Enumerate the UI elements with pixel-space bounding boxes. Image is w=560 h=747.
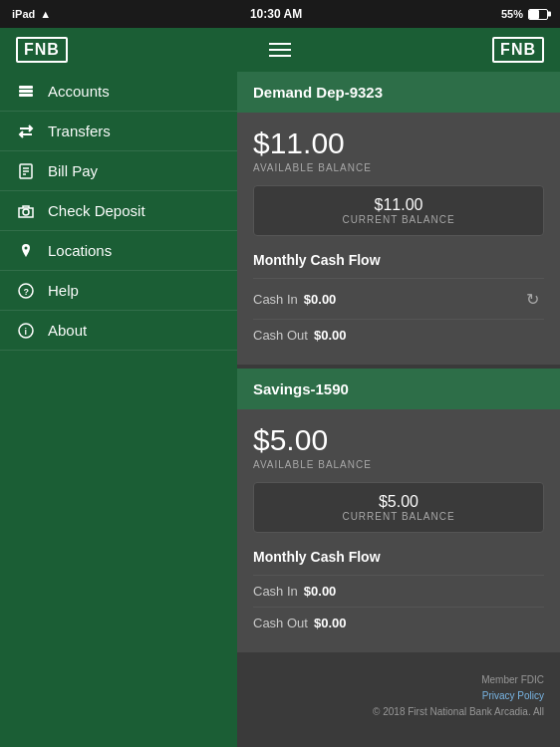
cash-out-amount-demand: $0.00 (314, 328, 347, 343)
cash-in-amount-demand: $0.00 (304, 292, 337, 307)
current-balance-label-demand: CURRENT BALANCE (270, 214, 527, 225)
cash-in-row-demand: Cash In $0.00 ↻ (253, 278, 544, 319)
available-label-demand: AVAILABLE BALANCE (253, 162, 544, 173)
app-logo: FNB (16, 37, 68, 63)
sidebar-item-check-deposit[interactable]: Check Deposit (0, 191, 237, 231)
footer: Member FDIC Privacy Policy © 2018 First … (237, 656, 560, 736)
app-logo-right: FNB (492, 37, 544, 63)
current-balance-label-savings: CURRENT BALANCE (270, 511, 527, 522)
hamburger-button[interactable] (269, 43, 291, 57)
cash-out-left-demand: Cash Out $0.00 (253, 328, 346, 343)
cash-in-label-demand: Cash In (253, 292, 298, 307)
hamburger-line-1 (269, 43, 291, 45)
sidebar: Accounts Transfers (0, 72, 237, 747)
app-layout: Accounts Transfers (0, 72, 560, 747)
device-label: iPad (12, 8, 35, 20)
account-card-demand: Demand Dep-9323 $11.00 AVAILABLE BALANCE… (237, 72, 560, 365)
check-deposit-icon (16, 201, 36, 221)
sidebar-item-transfers[interactable]: Transfers (0, 112, 237, 151)
sidebar-label-help: Help (48, 282, 79, 299)
sidebar-item-locations[interactable]: Locations (0, 231, 237, 271)
account-name-demand: Demand Dep-9323 (253, 84, 383, 101)
sidebar-label-locations: Locations (48, 242, 112, 259)
cash-in-icon-demand: ↻ (520, 287, 544, 311)
monthly-cash-flow-title-savings: Monthly Cash Flow (253, 549, 544, 565)
status-left: iPad ▲ (12, 8, 51, 20)
cash-out-left-savings: Cash Out $0.00 (253, 616, 346, 630)
available-amount-demand: $11.00 (253, 126, 544, 160)
help-icon: ? (16, 281, 36, 301)
locations-icon (16, 241, 36, 261)
sidebar-label-bill-pay: Bill Pay (48, 162, 98, 179)
app-header: FNB FNB (0, 28, 560, 72)
svg-rect-2 (19, 94, 33, 97)
cash-in-left-savings: Cash In $0.00 (253, 584, 336, 599)
main-content: Demand Dep-9323 $11.00 AVAILABLE BALANCE… (237, 72, 560, 747)
bill-pay-icon (16, 161, 36, 181)
cash-out-row-savings: Cash Out $0.00 (253, 607, 544, 638)
available-amount-savings: $5.00 (253, 423, 544, 457)
footer-fdic: Member FDIC (253, 672, 544, 688)
sidebar-item-accounts[interactable]: Accounts (0, 72, 237, 112)
accounts-icon (16, 82, 36, 102)
monthly-cash-flow-title-demand: Monthly Cash Flow (253, 252, 544, 268)
cash-out-amount-savings: $0.00 (314, 616, 347, 630)
status-bar: iPad ▲ 10:30 AM 55% (0, 0, 560, 28)
sidebar-label-accounts: Accounts (48, 83, 110, 100)
svg-text:?: ? (24, 287, 30, 297)
about-icon: i (16, 321, 36, 341)
available-label-savings: AVAILABLE BALANCE (253, 459, 544, 470)
sidebar-item-bill-pay[interactable]: Bill Pay (0, 151, 237, 191)
status-right: 55% (501, 8, 548, 20)
sidebar-label-transfers: Transfers (48, 123, 111, 139)
current-balance-amount-savings: $5.00 (270, 493, 527, 511)
status-time: 10:30 AM (250, 7, 302, 21)
svg-rect-0 (19, 86, 33, 89)
current-balance-box-demand: $11.00 CURRENT BALANCE (253, 185, 544, 236)
sidebar-item-help[interactable]: ? Help (0, 271, 237, 311)
svg-point-9 (23, 209, 29, 215)
cash-in-row-savings: Cash In $0.00 (253, 575, 544, 607)
footer-copyright: © 2018 First National Bank Arcadia. All (253, 704, 544, 720)
account-header-demand: Demand Dep-9323 (237, 72, 560, 113)
transfers-icon (16, 122, 36, 141)
svg-rect-1 (19, 90, 33, 93)
hamburger-line-3 (269, 55, 291, 57)
cash-out-label-savings: Cash Out (253, 616, 308, 630)
wifi-icon: ▲ (40, 8, 51, 20)
battery-icon (528, 9, 548, 20)
current-balance-box-savings: $5.00 CURRENT BALANCE (253, 482, 544, 533)
battery-fill (529, 10, 539, 19)
account-body-demand: $11.00 AVAILABLE BALANCE $11.00 CURRENT … (237, 113, 560, 365)
account-header-savings: Savings-1590 (237, 369, 560, 409)
current-balance-amount-demand: $11.00 (270, 196, 527, 214)
svg-point-10 (25, 246, 28, 249)
sidebar-label-check-deposit: Check Deposit (48, 202, 145, 219)
cash-out-row-demand: Cash Out $0.00 (253, 319, 544, 351)
svg-text:i: i (25, 327, 28, 337)
footer-privacy[interactable]: Privacy Policy (253, 688, 544, 704)
sidebar-label-about: About (48, 322, 87, 339)
account-body-savings: $5.00 AVAILABLE BALANCE $5.00 CURRENT BA… (237, 409, 560, 652)
battery-percent: 55% (501, 8, 523, 20)
cash-in-amount-savings: $0.00 (304, 584, 337, 599)
cash-in-left-demand: Cash In $0.00 (253, 292, 336, 307)
cash-out-label-demand: Cash Out (253, 328, 308, 343)
sidebar-item-about[interactable]: i About (0, 311, 237, 351)
hamburger-line-2 (269, 49, 291, 51)
cash-in-label-savings: Cash In (253, 584, 298, 599)
account-name-savings: Savings-1590 (253, 380, 349, 397)
account-card-savings: Savings-1590 $5.00 AVAILABLE BALANCE $5.… (237, 369, 560, 652)
